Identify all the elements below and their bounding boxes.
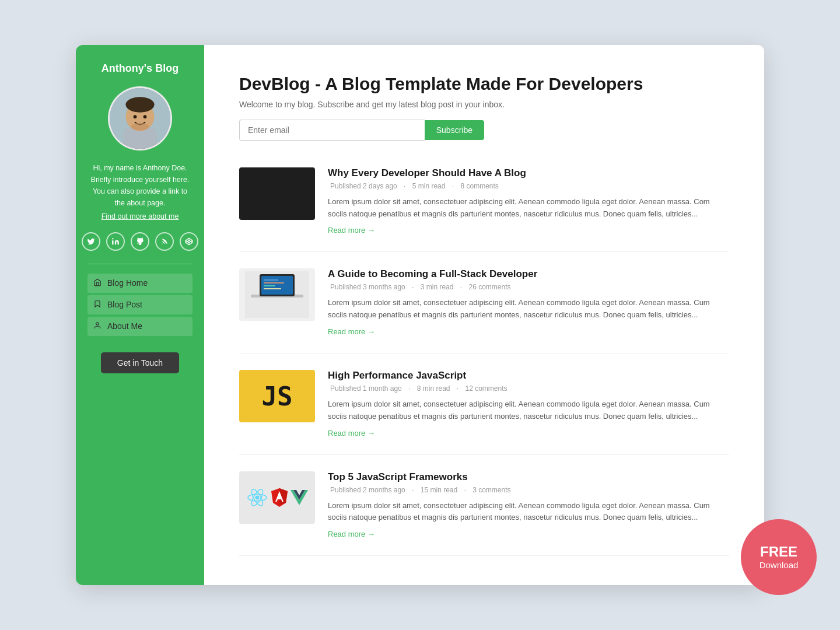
table-row: JS High Performance JavaScript Published… bbox=[239, 354, 729, 455]
free-download-badge[interactable]: FREE Download bbox=[741, 519, 817, 595]
svg-point-9 bbox=[112, 238, 113, 239]
github-icon[interactable] bbox=[131, 232, 149, 251]
avatar-image bbox=[110, 86, 170, 150]
post-thumbnail-3: JS bbox=[239, 370, 315, 422]
post-meta-2: Published 3 months ago · 3 min read · 26… bbox=[328, 283, 729, 291]
post-meta-3: Published 1 month ago · 8 min read · 12 … bbox=[328, 384, 729, 393]
main-title: DevBlog - A Blog Template Made For Devel… bbox=[239, 74, 729, 94]
post-excerpt-4: Lorem ipsum dolor sit amet, consectetuer… bbox=[328, 500, 729, 524]
post-meta-4: Published 2 months ago · 15 min read · 3… bbox=[328, 486, 729, 494]
social-icons-group bbox=[82, 232, 198, 251]
sidebar-item-about-me[interactable]: About Me bbox=[88, 317, 192, 336]
table-row: Top 5 JavaScript Frameworks Published 2 … bbox=[239, 455, 729, 556]
post-content-4: Top 5 JavaScript Frameworks Published 2 … bbox=[328, 471, 729, 540]
post-excerpt-3: Lorem ipsum dolor sit amet, consectetuer… bbox=[328, 398, 729, 423]
main-subtitle: Welcome to my blog. Subscribe and get my… bbox=[239, 100, 729, 109]
nav-label-blog-home: Blog Home bbox=[107, 278, 148, 288]
post-content-3: High Performance JavaScript Published 1 … bbox=[328, 370, 729, 438]
read-more-3[interactable]: Read more → bbox=[328, 429, 375, 438]
email-input[interactable] bbox=[239, 120, 425, 141]
rss-icon[interactable] bbox=[155, 232, 174, 251]
svg-point-24 bbox=[256, 495, 260, 499]
js-label: JS bbox=[262, 382, 293, 411]
post-thumbnail-4 bbox=[239, 471, 315, 524]
table-row: A Guide to Becoming a Full-Stack Develop… bbox=[239, 252, 729, 354]
post-excerpt-2: Lorem ipsum dolor sit amet, consectetuer… bbox=[328, 297, 729, 321]
svg-rect-21 bbox=[264, 282, 284, 284]
react-icon bbox=[246, 487, 268, 509]
badge-sub-text: Download bbox=[760, 560, 799, 570]
svg-point-8 bbox=[131, 123, 149, 130]
post-content-2: A Guide to Becoming a Full-Stack Develop… bbox=[328, 268, 729, 337]
sidebar-nav: Blog Home Blog Post About Me bbox=[88, 274, 192, 337]
subscribe-button[interactable]: Subscribe bbox=[425, 120, 484, 140]
sidebar-item-blog-home[interactable]: Blog Home bbox=[88, 274, 192, 293]
sidebar: Anthony's Blog bbox=[76, 45, 204, 585]
post-title-4: Top 5 JavaScript Frameworks bbox=[328, 471, 729, 483]
post-excerpt-1: Lorem ipsum dolor sit amet, consectetuer… bbox=[328, 196, 729, 220]
post-thumbnail-2 bbox=[239, 268, 315, 321]
bookmark-icon bbox=[93, 300, 102, 310]
nav-label-about-me: About Me bbox=[107, 321, 142, 331]
subscribe-form: Subscribe bbox=[239, 120, 484, 141]
vue-icon bbox=[290, 490, 308, 505]
nav-label-blog-post: Blog Post bbox=[107, 300, 142, 309]
person-icon bbox=[93, 321, 102, 331]
svg-point-5 bbox=[128, 102, 152, 113]
table-row: Why Every Developer Should Have A Blog P… bbox=[239, 162, 729, 253]
svg-point-7 bbox=[144, 115, 147, 118]
sidebar-item-blog-post[interactable]: Blog Post bbox=[88, 295, 192, 314]
sidebar-divider bbox=[88, 264, 192, 264]
posts-list: Why Every Developer Should Have A Blog P… bbox=[239, 162, 729, 556]
home-icon bbox=[93, 278, 102, 288]
post-content-1: Why Every Developer Should Have A Blog P… bbox=[328, 167, 729, 236]
read-more-4[interactable]: Read more → bbox=[328, 530, 375, 538]
desk-illustration bbox=[245, 271, 309, 318]
twitter-icon[interactable] bbox=[82, 232, 100, 251]
avatar bbox=[108, 86, 172, 150]
post-title-3: High Performance JavaScript bbox=[328, 370, 729, 382]
post-thumbnail-1 bbox=[239, 167, 315, 220]
codepen-icon[interactable] bbox=[180, 232, 198, 251]
svg-rect-23 bbox=[264, 288, 281, 289]
svg-point-14 bbox=[96, 323, 99, 326]
post-meta-1: Published 2 days ago · 5 min read · 8 co… bbox=[328, 182, 729, 190]
sidebar-about-link[interactable]: Find out more about me bbox=[102, 212, 179, 220]
linkedin-icon[interactable] bbox=[106, 232, 125, 251]
post-title-2: A Guide to Becoming a Full-Stack Develop… bbox=[328, 268, 729, 280]
read-more-1[interactable]: Read more → bbox=[328, 226, 375, 235]
svg-rect-22 bbox=[264, 285, 275, 286]
main-header: DevBlog - A Blog Template Made For Devel… bbox=[239, 74, 729, 141]
post-title-1: Why Every Developer Should Have A Blog bbox=[328, 167, 729, 179]
badge-main-text: FREE bbox=[760, 544, 797, 559]
read-more-2[interactable]: Read more → bbox=[328, 327, 375, 336]
main-content: DevBlog - A Blog Template Made For Devel… bbox=[204, 45, 764, 585]
sidebar-bio: Hi, my name is Anthony Doe. Briefly intr… bbox=[88, 162, 192, 209]
svg-point-10 bbox=[162, 243, 162, 244]
svg-point-6 bbox=[134, 115, 137, 118]
svg-rect-20 bbox=[264, 279, 278, 281]
contact-button[interactable]: Get in Touch bbox=[101, 352, 179, 373]
angular-icon bbox=[271, 488, 288, 508]
sidebar-title: Anthony's Blog bbox=[102, 62, 178, 75]
